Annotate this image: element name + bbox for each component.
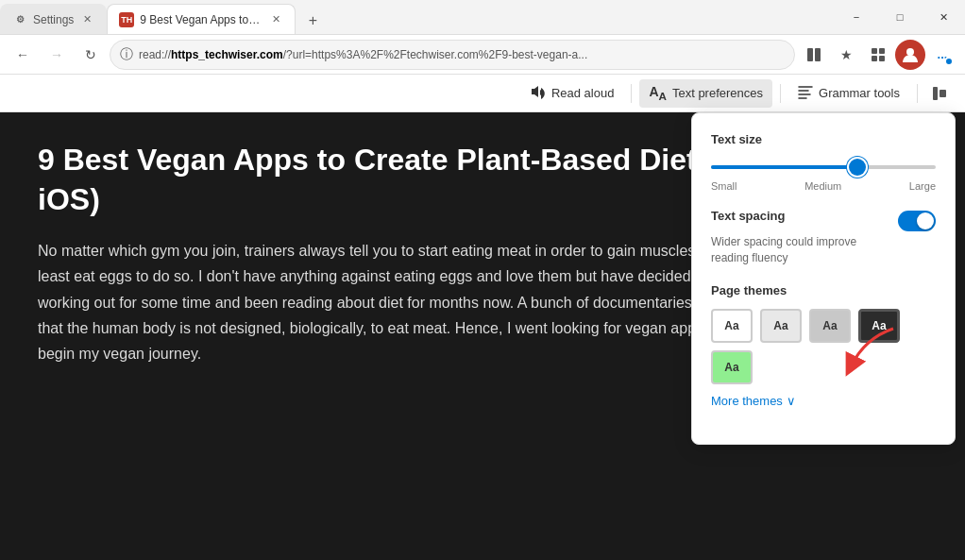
page-themes-section: Page themes Aa Aa Aa Aa Aa Mo bbox=[711, 283, 936, 408]
refresh-button[interactable]: ↻ bbox=[76, 40, 106, 70]
address-path: /?url=https%3A%2F%2Ftechwiser.com%2F9-be… bbox=[283, 48, 587, 61]
theme-white-label: Aa bbox=[724, 319, 738, 332]
minimize-button[interactable]: − bbox=[835, 0, 878, 34]
theme-white-button[interactable]: Aa bbox=[711, 309, 753, 343]
text-preferences-panel: Text size Small Medium Large T bbox=[691, 112, 956, 445]
svg-rect-0 bbox=[807, 48, 813, 61]
article-tab-close[interactable]: ✕ bbox=[268, 12, 283, 27]
back-button[interactable]: ← bbox=[8, 40, 38, 70]
address-protocol: read:// bbox=[139, 48, 171, 61]
slider-bg bbox=[711, 165, 936, 169]
slider-track bbox=[711, 158, 936, 177]
spacing-description: Wider spacing could improve reading flue… bbox=[711, 234, 887, 266]
slider-thumb[interactable] bbox=[849, 159, 866, 176]
maximize-button[interactable]: □ bbox=[878, 0, 922, 34]
extensions-button[interactable]: ... bbox=[927, 40, 957, 70]
address-domain: https_techwiser.com bbox=[171, 48, 283, 61]
info-icon: ⓘ bbox=[120, 46, 133, 63]
navigation-bar: ← → ↻ ⓘ read://https_techwiser.com/?url=… bbox=[0, 35, 965, 75]
article-tab[interactable]: TH 9 Best Vegan Apps to Create Pla ✕ bbox=[107, 4, 296, 34]
theme-light-gray-button[interactable]: Aa bbox=[760, 309, 802, 343]
theme-gray-button[interactable]: Aa bbox=[809, 309, 851, 343]
svg-rect-5 bbox=[879, 56, 885, 61]
text-spacing-label: Text spacing bbox=[711, 209, 887, 223]
theme-green-button[interactable]: Aa bbox=[711, 350, 753, 384]
enter-reader-button[interactable] bbox=[925, 79, 954, 108]
grammar-tools-button[interactable]: Grammar tools bbox=[788, 79, 909, 108]
main-content: 9 Best Vegan Apps to Create Plant-Based … bbox=[0, 112, 965, 560]
new-tab-button[interactable]: + bbox=[299, 8, 326, 34]
theme-green-label: Aa bbox=[724, 361, 738, 374]
slider-small-label: Small bbox=[711, 180, 737, 192]
svg-point-6 bbox=[906, 48, 914, 56]
window-controls: − □ ✕ bbox=[835, 0, 965, 34]
toggle-knob bbox=[917, 212, 934, 229]
address-bar[interactable]: ⓘ read://https_techwiser.com/?url=https%… bbox=[110, 40, 795, 70]
grammar-tools-icon bbox=[798, 84, 813, 102]
slider-labels: Small Medium Large bbox=[711, 180, 936, 192]
svg-rect-7 bbox=[933, 87, 938, 100]
text-size-section: Text size Small Medium Large bbox=[711, 132, 936, 192]
profile-button[interactable] bbox=[895, 40, 925, 70]
grammar-tools-label: Grammar tools bbox=[819, 86, 900, 100]
slider-large-label: Large bbox=[909, 180, 936, 192]
text-prefs-label: Text preferences bbox=[672, 86, 763, 100]
close-button[interactable]: ✕ bbox=[922, 0, 965, 34]
settings-tab-label: Settings bbox=[33, 13, 74, 26]
spacing-row: Text spacing Wider spacing could improve… bbox=[711, 209, 936, 266]
more-themes-label: More themes bbox=[711, 394, 783, 408]
browser-chrome: ⚙ Settings ✕ TH 9 Best Vegan Apps to Cre… bbox=[0, 0, 965, 35]
text-size-label: Text size bbox=[711, 132, 936, 146]
page-themes-label: Page themes bbox=[711, 283, 936, 297]
settings-tab-close[interactable]: ✕ bbox=[79, 12, 94, 27]
theme-gray-label: Aa bbox=[822, 319, 837, 332]
reader-view-icon[interactable] bbox=[799, 40, 829, 70]
extensions-badge bbox=[944, 57, 954, 66]
spacing-text: Text spacing Wider spacing could improve… bbox=[711, 209, 887, 266]
collections-button[interactable] bbox=[863, 40, 893, 70]
tab-bar: ⚙ Settings ✕ TH 9 Best Vegan Apps to Cre… bbox=[0, 0, 965, 34]
favorites-button[interactable]: ★ bbox=[831, 40, 861, 70]
reader-separator-1 bbox=[631, 84, 632, 103]
reader-separator-2 bbox=[780, 84, 781, 103]
forward-button[interactable]: → bbox=[42, 40, 72, 70]
read-aloud-label: Read aloud bbox=[551, 86, 615, 100]
more-themes-chevron: ∨ bbox=[787, 394, 796, 408]
svg-rect-3 bbox=[879, 48, 885, 54]
slider-container: Small Medium Large bbox=[711, 158, 936, 192]
toolbar-actions: ★ ... bbox=[799, 40, 957, 70]
theme-dark-button[interactable]: Aa bbox=[858, 309, 900, 343]
article-tab-label: 9 Best Vegan Apps to Create Pla bbox=[140, 13, 262, 26]
text-spacing-toggle[interactable] bbox=[898, 211, 936, 231]
theme-dark-label: Aa bbox=[872, 319, 886, 332]
svg-rect-8 bbox=[940, 90, 946, 97]
text-spacing-section: Text spacing Wider spacing could improve… bbox=[711, 209, 936, 266]
svg-rect-2 bbox=[872, 48, 877, 54]
slider-medium-label: Medium bbox=[804, 180, 841, 192]
more-themes-button[interactable]: More themes ∨ bbox=[711, 394, 936, 408]
reader-separator-3 bbox=[917, 84, 918, 103]
text-prefs-icon: AA bbox=[649, 84, 667, 102]
article-tab-icon: TH bbox=[119, 12, 134, 27]
slider-fill bbox=[711, 165, 857, 169]
read-aloud-icon bbox=[531, 84, 546, 102]
read-aloud-button[interactable]: Read aloud bbox=[521, 79, 624, 108]
themes-row: Aa Aa Aa Aa Aa bbox=[711, 309, 936, 384]
address-text: read://https_techwiser.com/?url=https%3A… bbox=[139, 48, 785, 61]
avatar bbox=[895, 40, 925, 70]
text-preferences-button[interactable]: AA Text preferences bbox=[639, 79, 772, 108]
settings-tab[interactable]: ⚙ Settings ✕ bbox=[0, 4, 107, 34]
settings-tab-icon: ⚙ bbox=[12, 12, 27, 27]
svg-rect-4 bbox=[872, 56, 877, 61]
theme-light-gray-label: Aa bbox=[773, 319, 787, 332]
svg-rect-1 bbox=[815, 48, 821, 61]
reader-toolbar: Read aloud AA Text preferences Grammar t… bbox=[0, 75, 965, 112]
